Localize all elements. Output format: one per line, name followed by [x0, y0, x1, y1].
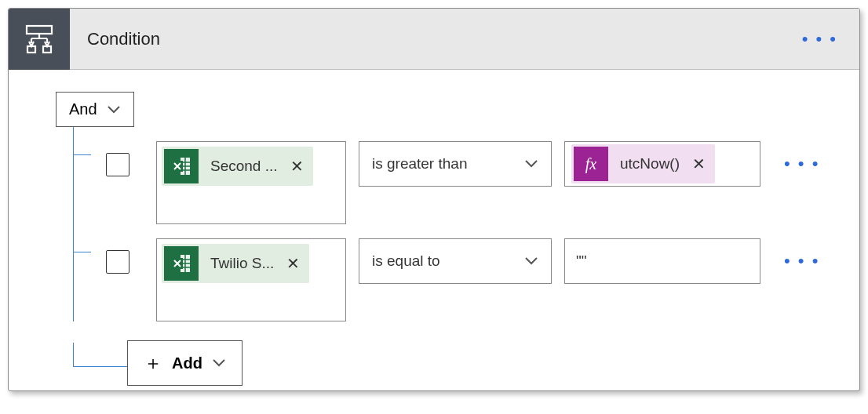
tree-connector [73, 127, 95, 224]
dynamic-token-excel[interactable]: Twilio S... ✕ [162, 244, 309, 283]
right-operand-field[interactable]: fx utcNow() ✕ [564, 141, 760, 187]
card-header: Condition • • • [9, 9, 859, 70]
right-operand-field[interactable]: "" [564, 238, 760, 284]
operator-label: is equal to [372, 252, 440, 270]
token-remove-button[interactable]: ✕ [287, 157, 313, 176]
chevron-down-icon [212, 358, 226, 368]
excel-icon [164, 246, 199, 281]
condition-icon [9, 9, 70, 70]
right-value-text: "" [571, 252, 587, 270]
fx-icon: fx [574, 147, 608, 181]
add-condition-button[interactable]: ＋ Add [127, 340, 243, 386]
add-row: ＋ Add [73, 321, 828, 367]
token-label: Second ... [201, 158, 287, 175]
left-operand-field[interactable]: Twilio S... ✕ [156, 238, 346, 321]
operator-dropdown[interactable]: is greater than [359, 141, 552, 187]
card-title: Condition [87, 29, 780, 49]
row-checkbox[interactable] [106, 250, 129, 274]
card-menu-button[interactable]: • • • [780, 29, 859, 49]
condition-card: Condition • • • And [8, 8, 860, 391]
group-operator-dropdown[interactable]: And [56, 92, 134, 127]
chevron-down-icon [524, 159, 538, 169]
group-operator-label: And [69, 100, 97, 118]
excel-icon [164, 149, 199, 183]
plus-icon: ＋ [144, 350, 162, 376]
branch-icon [23, 23, 56, 56]
chevron-down-icon [107, 105, 121, 114]
left-operand-field[interactable]: Second ... ✕ [156, 141, 346, 224]
dynamic-token-expression[interactable]: fx utcNow() ✕ [571, 144, 715, 183]
condition-row: Second ... ✕ is greater than fx utc [73, 127, 828, 224]
tree-connector [73, 224, 95, 321]
chevron-down-icon [524, 256, 538, 266]
token-label: utcNow() [611, 155, 689, 172]
token-label: Twilio S... [201, 255, 283, 272]
dynamic-token-excel[interactable]: Second ... ✕ [162, 147, 313, 186]
operator-dropdown[interactable]: is equal to [359, 238, 552, 284]
condition-rows: Second ... ✕ is greater than fx utc [73, 127, 828, 367]
token-remove-button[interactable]: ✕ [283, 254, 309, 273]
card-body: And [9, 70, 859, 390]
operator-label: is greater than [372, 155, 467, 172]
row-menu-button[interactable]: • • • [773, 238, 819, 271]
row-menu-button[interactable]: • • • [773, 141, 819, 174]
svg-rect-0 [27, 26, 52, 34]
add-label: Add [172, 354, 202, 372]
condition-row: Twilio S... ✕ is equal to "" • • • [73, 224, 828, 321]
token-remove-button[interactable]: ✕ [689, 154, 715, 173]
row-checkbox[interactable] [106, 153, 129, 176]
